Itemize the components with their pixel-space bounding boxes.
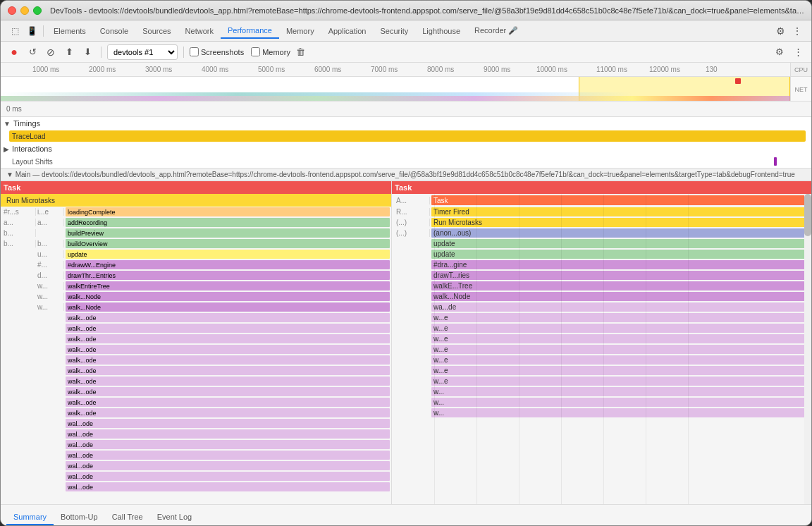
devtools-nav: ⬚ 📱 Elements Console Sources Network Per… xyxy=(1,20,811,42)
minimize-button[interactable] xyxy=(20,6,29,15)
flame-left-panel: Task Run Microtasks #r...s i...e loading… xyxy=(1,181,392,504)
flame-right-panel: Task A... Task xyxy=(392,181,811,504)
inspect-icon[interactable]: ⬚ xyxy=(6,23,23,39)
record-button[interactable]: ● xyxy=(6,44,22,60)
target-select[interactable]: devtools #1 xyxy=(107,44,178,60)
flame-row-walkode-10: walk...ode xyxy=(1,408,391,418)
tab-bottom-up[interactable]: Bottom-Up xyxy=(54,510,105,525)
right-scrollbar[interactable] xyxy=(804,194,811,504)
flame-row-walkode-14: wal...ode xyxy=(1,450,391,460)
reload-record-button[interactable]: ↺ xyxy=(25,44,40,60)
flame-row-walkode-6: walk...ode xyxy=(1,365,391,376)
tab-elements[interactable]: Elements xyxy=(47,24,93,38)
layout-shift-marker xyxy=(774,157,777,166)
vgrid-4 xyxy=(561,194,562,504)
tab-call-tree[interactable]: Call Tree xyxy=(105,510,150,525)
clear-button[interactable]: ⊘ xyxy=(43,44,59,60)
layout-shifts-row[interactable]: Layout Shifts xyxy=(1,155,811,168)
flame-row-walkode-13: wal...ode xyxy=(1,439,391,450)
tab-console[interactable]: Console xyxy=(93,24,135,38)
flame-row-walkode-2: walk...ode xyxy=(1,323,391,334)
vgrid-7 xyxy=(688,194,689,504)
toolbar-sep-1 xyxy=(101,47,102,58)
flame-row-walkode-1: walk...ode xyxy=(1,312,391,323)
flame-area: Task Run Microtasks #r...s i...e loading… xyxy=(1,181,811,504)
nav-tabs: Elements Console Sources Network Perform… xyxy=(47,23,772,39)
interactions-row[interactable]: ▶ Interactions xyxy=(1,142,811,155)
titlebar: DevTools - devtools://devtools/bundled/d… xyxy=(1,1,811,20)
tab-security[interactable]: Security xyxy=(373,24,415,38)
traceload-row[interactable]: TraceLoad xyxy=(1,130,811,142)
toolbar-sep-2 xyxy=(183,47,184,58)
flame-row-walkode-17: wal...ode xyxy=(1,482,391,492)
device-icon[interactable]: 📱 xyxy=(23,23,40,39)
flame-row-drawThrEntries: d... drawThr...Entries xyxy=(1,270,391,281)
toolbar-settings-icon[interactable]: ⚙ xyxy=(772,44,787,60)
flame-row-walkode-4: walk...ode xyxy=(1,344,391,355)
run-microtasks-label: Run Microtasks xyxy=(6,197,55,204)
window-title: DevTools - devtools://devtools/bundled/d… xyxy=(50,6,804,15)
maximize-button[interactable] xyxy=(33,6,42,15)
tab-summary[interactable]: Summary xyxy=(6,510,54,525)
interactions-arrow: ▶ xyxy=(4,145,9,153)
flame-row-addRecording: a... a... addRecording xyxy=(1,217,391,228)
tab-application[interactable]: Application xyxy=(321,24,374,38)
flame-row-walkode-11: wal...ode xyxy=(1,418,391,429)
vgrid-1 xyxy=(434,194,435,504)
scrollbar-thumb[interactable] xyxy=(804,194,811,236)
traceload-label: TraceLoad xyxy=(12,133,45,140)
tab-recorder[interactable]: Recorder 🎤 xyxy=(467,23,525,38)
flame-row-walkEntireTree: w... walkEntireTree xyxy=(1,281,391,291)
run-microtasks-row: Run Microtasks xyxy=(1,194,391,207)
ruler-top: 1000 ms 2000 ms 3000 ms 4000 ms 5000 ms … xyxy=(1,63,811,77)
flame-row-walkode-16: wal...ode xyxy=(1,471,391,482)
right-flame-body[interactable]: A... Task R... Timer Fired (...) Run Mic… xyxy=(392,194,811,504)
trash-icon[interactable]: 🗑 xyxy=(293,44,309,60)
tab-lighthouse[interactable]: Lighthouse xyxy=(415,24,467,38)
screenshots-checkbox-label[interactable]: Screenshots xyxy=(190,47,244,56)
tab-sources[interactable]: Sources xyxy=(135,24,178,38)
flame-row-walkode-15: wal...ode xyxy=(1,460,391,471)
tab-performance[interactable]: Performance xyxy=(221,23,279,39)
flame-row-walkode-9: walk...ode xyxy=(1,397,391,408)
vgrid-6 xyxy=(646,194,646,504)
layout-shifts-label: Layout Shifts xyxy=(12,158,53,166)
main-thread-url: ▼ Main — devtools://devtools/bundled/dev… xyxy=(1,169,811,181)
tab-event-log[interactable]: Event Log xyxy=(150,510,199,525)
flame-row-buildPreview: b... buildPreview xyxy=(1,228,391,238)
timings-section: ▼ Timings TraceLoad ▶ Interactions Layou… xyxy=(1,117,811,169)
flame-row-update: u... update xyxy=(1,249,391,259)
ruler-zoomed: 0 ms 10450 ms 10500 ms 10550 ms 10600 ms… xyxy=(1,102,811,117)
flame-row-buildOverview: b... b... buildOverview xyxy=(1,238,391,249)
memory-checkbox[interactable] xyxy=(251,47,260,56)
flame-row-walkode-12: wal...ode xyxy=(1,429,391,439)
timings-arrow: ▼ xyxy=(4,120,11,128)
vgrid-5 xyxy=(603,194,604,504)
bottom-tabs: Summary Bottom-Up Call Tree Event Log xyxy=(1,504,811,525)
flame-row-walkode-3: walk...ode xyxy=(1,334,391,344)
nav-separator-1 xyxy=(43,25,44,37)
flame-row-walkNode2: w... walk...Node xyxy=(1,302,391,312)
more-options-icon[interactable]: ⋮ xyxy=(789,23,806,39)
tab-memory[interactable]: Memory xyxy=(279,24,321,38)
memory-checkbox-label[interactable]: Memory xyxy=(251,47,290,56)
timings-label: Timings xyxy=(13,119,40,128)
interactions-label: Interactions xyxy=(12,145,52,153)
timeline-overview: 1000 ms 2000 ms 3000 ms 4000 ms 5000 ms … xyxy=(1,63,811,102)
left-flame-body[interactable]: #r...s i...e loadingComplete a... a... a… xyxy=(1,207,391,504)
vgrid-2 xyxy=(476,194,477,504)
memory-label: Memory xyxy=(262,48,290,56)
tab-network[interactable]: Network xyxy=(178,24,221,38)
flame-row-walkode-8: walk...ode xyxy=(1,386,391,397)
upload-button[interactable]: ⬆ xyxy=(61,44,77,60)
screenshots-checkbox[interactable] xyxy=(190,47,199,56)
flame-row-walkode-7: walk...ode xyxy=(1,376,391,386)
download-button[interactable]: ⬇ xyxy=(80,44,95,60)
settings-icon[interactable]: ⚙ xyxy=(772,23,789,39)
timings-header[interactable]: ▼ Timings xyxy=(1,117,811,130)
left-task-label: Task xyxy=(4,183,20,192)
close-button[interactable] xyxy=(8,6,16,15)
toolbar-more-icon[interactable]: ⋮ xyxy=(790,44,806,60)
flame-row-loadingComplete: #r...s i...e loadingComplete xyxy=(1,207,391,217)
timeline-graph[interactable]: NET xyxy=(1,77,811,102)
